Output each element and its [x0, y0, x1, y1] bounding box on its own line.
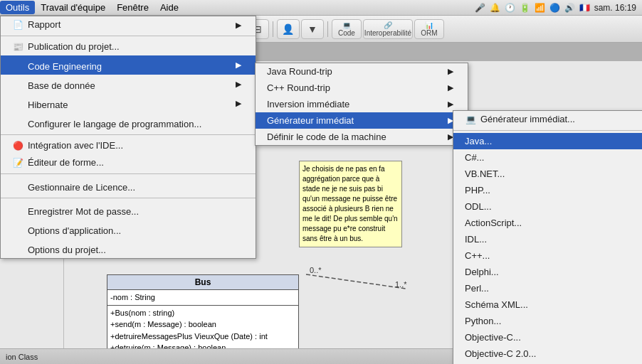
- interop-icon: 🔗: [384, 21, 392, 29]
- hib-arrow: ▶: [236, 99, 241, 108]
- menu-integration-ide[interactable]: 🔴Intégration avec l'IDE...: [1, 137, 256, 154]
- menu-delphi[interactable]: Delphi...: [453, 264, 642, 280]
- menu-enregistrer[interactable]: Enregistrer Mot de passe...: [1, 200, 256, 220]
- comment-box: Je choisis de ne pas en fa aggrégation p…: [299, 161, 402, 247]
- user-btn[interactable]: 👤: [277, 19, 300, 39]
- sep2: [273, 21, 273, 37]
- ce-arrow: ▶: [236, 60, 241, 70]
- menu-definir-code[interactable]: Définir le code de la machine ▶: [256, 129, 468, 145]
- menu-licence[interactable]: Gestionnaire de Licence...: [1, 176, 256, 196]
- orm-icon: 📊: [425, 21, 433, 29]
- flag-icon: 🇫🇷: [579, 3, 590, 13]
- jr-arrow: ▶: [448, 67, 453, 76]
- bluetooth-icon: 🔵: [549, 3, 560, 13]
- menu-actionscript[interactable]: ActionScript...: [453, 215, 642, 231]
- menu-hibernate[interactable]: Hibernate ▶: [1, 94, 256, 113]
- menu-csharp[interactable]: C#...: [453, 149, 642, 166]
- rapport-arrow: ▶: [236, 21, 241, 30]
- bell-icon: 🔔: [490, 3, 500, 13]
- sep-l3-1: [453, 130, 642, 131]
- svg-text:0..*: 0..*: [310, 266, 322, 274]
- menu-perl[interactable]: Perl...: [453, 280, 642, 296]
- bus-class-header: Bus: [107, 275, 298, 290]
- sep-l1-1: [1, 36, 256, 36]
- code-engineering-menu: Java Round-trip ▶ C++ Round-trip ▶ Inver…: [255, 63, 468, 146]
- cr-arrow: ▶: [448, 83, 453, 92]
- menu-generateur-immediat-btn[interactable]: 💻Générateur immédiat...: [453, 111, 642, 128]
- wifi-icon: 📶: [535, 3, 545, 13]
- bus-field-1: -nom : String: [110, 291, 295, 304]
- menu-cpp[interactable]: C++...: [453, 247, 642, 264]
- menu-schema-xml[interactable]: Schéma XML...: [453, 296, 642, 313]
- menu-bar-right: 🎤 🔔 🕐 🔋 📶 🔵 🔊 🇫🇷 sam. 16:19: [475, 3, 642, 13]
- pub-icon: 📰: [12, 41, 23, 53]
- menu-configurer[interactable]: Configurer le langage de programmation..…: [1, 113, 256, 132]
- menu-publication[interactable]: 📰Publication du projet...: [1, 38, 256, 55]
- sep-l1-2: [1, 134, 256, 135]
- menu-cpp-roundtrip[interactable]: C++ Round-trip ▶: [256, 80, 468, 96]
- code-label: Code: [338, 29, 355, 37]
- clock-icon: 🕐: [505, 3, 515, 13]
- menu-generateur-immediat[interactable]: Générateur immédiat ▶: [256, 112, 468, 129]
- ii-arrow: ▶: [448, 100, 453, 109]
- menu-options-projet[interactable]: Options du projet...: [1, 239, 256, 258]
- menu-rapport[interactable]: 📄Rapport ▶: [1, 16, 256, 33]
- menu-editeur[interactable]: 📝Éditeur de forme...: [1, 154, 256, 171]
- menu-idl[interactable]: IDL...: [453, 231, 642, 247]
- menu-php[interactable]: PHP...: [453, 182, 642, 198]
- menu-java-roundtrip[interactable]: Java Round-trip ▶: [256, 63, 468, 80]
- menu-objective-c2[interactable]: Objective-C 2.0...: [453, 346, 642, 362]
- menu-outils[interactable]: Outils: [0, 1, 35, 14]
- menu-inversion-immediate[interactable]: Inversion immédiate ▶: [256, 96, 468, 112]
- menu-code-engineering[interactable]: Code Engineering ▶: [1, 55, 256, 75]
- menu-java[interactable]: Java...: [453, 133, 642, 149]
- edit-icon: 📝: [12, 157, 23, 168]
- bus-class-fields: -nom : String: [107, 290, 298, 305]
- volume-icon: 🔊: [564, 3, 575, 13]
- sep-l1-4: [1, 198, 256, 198]
- interop-btn[interactable]: 🔗 Interoperabilité: [363, 19, 413, 39]
- menu-objective-c[interactable]: Objective-C...: [453, 329, 642, 346]
- bus-method-1: +Bus(nom : string): [110, 307, 295, 319]
- menu-base-donnee[interactable]: Base de donnée ▶: [1, 75, 256, 94]
- battery-icon: 🔋: [520, 3, 530, 13]
- orm-label: ORM: [421, 29, 437, 37]
- bus-method-2: +send(m : Message) : boolean: [110, 318, 295, 331]
- menu-python[interactable]: Python...: [453, 313, 642, 329]
- menu-odl[interactable]: ODL...: [453, 198, 642, 215]
- gen-icon: 💻: [465, 114, 476, 125]
- menu-fenetre[interactable]: Fenêtre: [111, 1, 154, 14]
- interop-label: Interoperabilité: [364, 29, 411, 37]
- orm-btn[interactable]: 📊 ORM: [414, 19, 444, 39]
- outils-menu: 📄Rapport ▶ 📰Publication du projet... Cod…: [0, 16, 256, 259]
- sep-l1-3: [1, 173, 256, 174]
- sep3: [327, 21, 328, 37]
- comment-text: Je choisis de ne pas en fa aggrégation p…: [302, 165, 398, 242]
- menu-options-app[interactable]: Options d'application...: [1, 220, 256, 239]
- menu-bar: Outils Travail d'équipe Fenêtre Aide 🎤 🔔…: [0, 0, 642, 16]
- dropdown-btn[interactable]: ▼: [301, 19, 324, 39]
- menu-aide[interactable]: Aide: [154, 1, 184, 14]
- status-text: ion Class: [6, 353, 38, 361]
- menu-travail[interactable]: Travail d'équipe: [35, 1, 111, 14]
- svg-text:1..*: 1..*: [395, 280, 407, 289]
- generateur-menu: 💻Générateur immédiat... Java... C#... VB…: [453, 110, 642, 364]
- rapport-icon: 📄: [12, 19, 23, 31]
- menu-vbnet[interactable]: VB.NET...: [453, 166, 642, 182]
- bus-method-3: +detruireMessagesPlus VieuxQue (Date) : …: [110, 331, 295, 343]
- ide-icon: 🔴: [12, 140, 23, 151]
- code-icon-btn[interactable]: 💻 Code: [332, 19, 362, 39]
- code-icon: 💻: [342, 21, 351, 29]
- ce-icon: [12, 58, 23, 70]
- svg-line-0: [306, 274, 406, 289]
- mic-icon: 🎤: [475, 3, 485, 13]
- time-display: sam. 16:19: [594, 3, 636, 13]
- bd-arrow: ▶: [236, 80, 241, 89]
